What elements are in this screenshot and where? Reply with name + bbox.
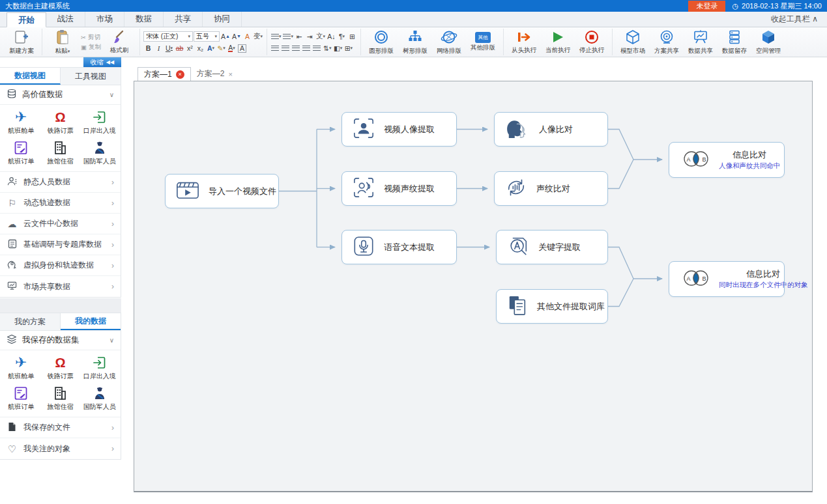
subscript-button[interactable]: x₂ (196, 44, 205, 53)
distribute-button[interactable] (312, 43, 322, 53)
sidebar-item-cloud-file-data[interactable]: ☁ 云文件中心数据 › (0, 214, 121, 234)
sidebar-collapse-button[interactable]: 收缩 ◀◀ (83, 57, 121, 67)
tree-layout-button[interactable]: 树形排版 (398, 29, 432, 56)
sidebar-item-virtual-identity-data[interactable]: 虚拟身份和轨迹数据 › (0, 255, 121, 276)
new-plan-button[interactable]: 新建方案 (5, 29, 38, 56)
collapse-toolbar-button[interactable]: 收起工具栏 ∧ (771, 14, 827, 25)
run-from-start-button[interactable]: 从头执行 (507, 29, 541, 55)
run-current-button[interactable]: 当前执行 (541, 29, 575, 55)
dataset-railway-ticket[interactable]: Ω 铁路订票 (40, 109, 80, 135)
circular-layout-button[interactable]: 圆形排版 (364, 29, 398, 56)
tab-my-data[interactable]: 我的数据 (61, 313, 121, 330)
align-center-button[interactable] (281, 43, 291, 53)
tab-my-plans[interactable]: 我的方案 (0, 313, 61, 330)
char-shading-button[interactable]: A (237, 44, 247, 53)
ribbon-tab-tactics[interactable]: 战法 (46, 12, 85, 27)
align-left-button[interactable] (270, 43, 280, 53)
sidebar-item-research-library-data[interactable]: 基础调研与专题库数据 › (0, 234, 121, 255)
plan-share-button[interactable]: 方案共享 (650, 29, 684, 56)
tab-tool-view[interactable]: 工具视图 (61, 68, 121, 85)
clear-format-button[interactable]: A (242, 31, 252, 41)
flowchart-canvas[interactable]: 导入一个视频文件 视频人像提取 视频声纹提取 语音文本提取 人像比对 (134, 81, 813, 492)
dataset-flight-order[interactable]: 航班订单 (1, 139, 40, 166)
network-layout-button[interactable]: 网络排版 (432, 29, 466, 56)
ribbon-tab-start[interactable]: 开始 (7, 12, 46, 27)
node-info-comparison-top[interactable]: AB 信息比对 人像和声纹共同命中 (669, 142, 785, 178)
sort-button[interactable]: A↓ (326, 31, 336, 41)
justify-button[interactable] (302, 43, 312, 53)
dataset-military-personnel[interactable]: 国防军人员 (80, 385, 119, 412)
ribbon-tab-market[interactable]: 市场 (85, 12, 124, 27)
dataset-military-personnel[interactable]: 国防军人员 (80, 139, 119, 166)
cut-button[interactable]: ✂ 剪切 (80, 33, 102, 42)
grow-font-button[interactable]: A▲ (220, 31, 231, 41)
font-color-button[interactable]: A▾ (227, 44, 237, 53)
dataset-hotel-stay[interactable]: 旅馆住宿 (40, 385, 80, 412)
sidebar-item-my-saved-files[interactable]: 我保存的文件 › (0, 417, 121, 438)
tab-data-view[interactable]: 数据视图 (0, 68, 61, 85)
font-size-select[interactable]: 五号 ▾ (194, 31, 220, 42)
shading-fill-button[interactable]: ◧▾ (333, 43, 343, 53)
outdent-button[interactable]: ⇤ (295, 31, 304, 41)
node-keyword-extraction[interactable]: 关键字提取 (496, 230, 608, 264)
numbered-list-button[interactable]: ▾ (282, 31, 294, 41)
sidebar-item-market-shared-data[interactable]: 市场共享数据 › (0, 276, 121, 297)
italic-button[interactable]: I (154, 44, 164, 53)
sidebar-item-static-person-data[interactable]: 静态人员数据 › (0, 172, 121, 193)
ribbon-tab-data[interactable]: 数据 (124, 12, 164, 27)
node-voiceprint-comparison[interactable]: 声纹比对 (494, 171, 608, 206)
stop-execution-button[interactable]: 停止执行 (575, 29, 609, 55)
dataset-border-entry-exit[interactable]: 口岸出入境 (80, 109, 119, 135)
ribbon-tab-share[interactable]: 共享 (164, 12, 203, 27)
doc-tab-plan-1[interactable]: 方案—1 × (138, 67, 191, 81)
dataset-border-entry-exit[interactable]: 口岸出入境 (80, 354, 119, 381)
dataset-hotel-stay[interactable]: 旅馆住宿 (40, 139, 80, 166)
section-saved-datasets[interactable]: 我保存的数据集 ∨ (0, 331, 121, 350)
borders-button[interactable]: ⊞▾ (343, 43, 353, 53)
dataset-flight-manifest[interactable]: ✈ 航班舱单 (1, 354, 40, 381)
node-video-voiceprint-extraction[interactable]: 视频声纹提取 (341, 171, 457, 206)
node-video-face-extraction[interactable]: 视频人像提取 (341, 112, 457, 147)
show-marks-button[interactable]: ¶▾ (337, 31, 347, 41)
node-speech-to-text-extraction[interactable]: 语音文本提取 (341, 230, 457, 264)
login-status-badge[interactable]: 未登录 (688, 1, 725, 12)
format-painter-button[interactable]: 格式刷 (102, 29, 136, 55)
text-effects-button[interactable]: A▾ (206, 44, 216, 53)
doc-tab-plan-2[interactable]: 方案—2 × (191, 67, 239, 81)
sidebar-item-followed-objects[interactable]: ♡ 我关注的对象 › (0, 438, 121, 459)
soldier-icon (92, 385, 108, 402)
close-tab-icon[interactable]: × (228, 70, 232, 78)
indent-button[interactable]: ⇥ (305, 31, 315, 41)
dataset-railway-ticket[interactable]: Ω 铁路订票 (40, 354, 80, 381)
node-face-comparison[interactable]: 人像比对 (494, 112, 608, 147)
node-other-files-lexicon[interactable]: 其他文件提取词库 (496, 289, 608, 324)
other-layout-button[interactable]: 其他 其他排版 (466, 31, 500, 53)
model-market-button[interactable]: 模型市场 (616, 29, 650, 56)
close-tab-icon[interactable]: × (176, 70, 184, 79)
font-family-select[interactable]: 宋体 (正文) ▾ (143, 31, 193, 42)
data-share-button[interactable]: 数据共享 (684, 29, 718, 56)
paste-button[interactable]: 粘贴▾ (46, 29, 80, 56)
insert-table-button[interactable]: ⊞ (347, 31, 357, 41)
dataset-flight-order[interactable]: 航班订单 (1, 385, 40, 412)
asian-layout-button[interactable]: 文▾ (315, 31, 326, 41)
bullet-list-button[interactable]: ▾ (270, 31, 282, 41)
copy-button[interactable]: ▣ 复制 (80, 43, 102, 51)
space-management-button[interactable]: 空间管理 (751, 29, 785, 56)
dataset-flight-manifest[interactable]: ✈ 航班舱单 (1, 109, 40, 135)
superscript-button[interactable]: x² (185, 44, 195, 53)
section-high-value-data[interactable]: 高价值数据 ∨ (0, 85, 121, 105)
line-spacing-button[interactable]: ⇅▾ (323, 43, 332, 53)
align-right-button[interactable] (291, 43, 301, 53)
underline-button[interactable]: U▾ (164, 44, 174, 53)
data-retention-button[interactable]: 数据留存 (718, 29, 751, 56)
sidebar-item-dynamic-track-data[interactable]: ⚐ 动态轨迹数据 › (0, 193, 121, 214)
strikethrough-button[interactable]: ab (175, 44, 184, 53)
shrink-font-button[interactable]: A▼ (231, 31, 242, 41)
highlight-button[interactable]: ✎▾ (216, 44, 226, 53)
bold-button[interactable]: B (143, 44, 153, 53)
change-case-button[interactable]: 变▾ (253, 31, 263, 41)
ribbon-tab-collab[interactable]: 协同 (203, 12, 242, 27)
node-info-comparison-bottom[interactable]: AB 信息比对 同时出现在多个文件中的对象 (669, 261, 785, 297)
node-import-video-file[interactable]: 导入一个视频文件 (165, 174, 279, 208)
